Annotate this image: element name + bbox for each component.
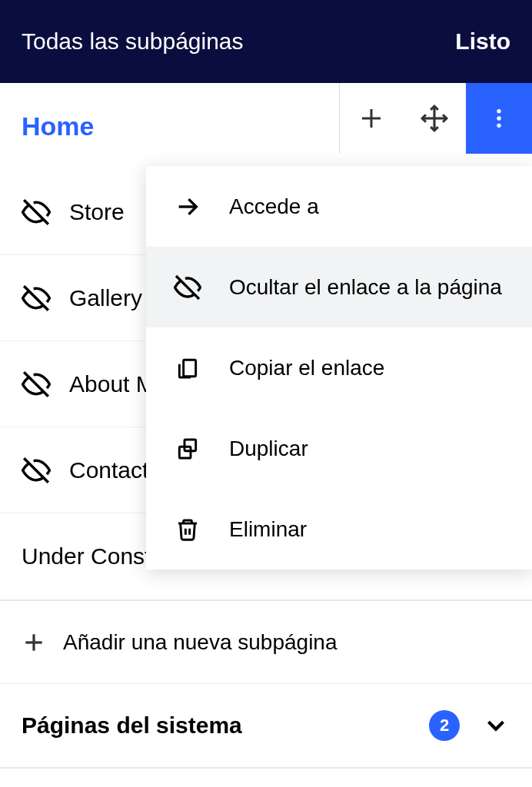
menu-label: Copiar el enlace [229,356,384,380]
page-name: Store [69,199,125,225]
system-pages-right: 2 [429,710,510,741]
move-icon [420,104,449,133]
arrow-right-icon [174,193,201,221]
clipboard-icon [174,354,201,382]
menu-label: Accede a [229,194,319,219]
page-context-menu: Accede a Ocultar el enlace a la página C… [146,166,532,569]
menu-item-hide-link[interactable]: Ocultar el enlace a la página [146,247,532,327]
svg-point-6 [497,124,500,128]
add-subpage-button[interactable]: Añadir una nueva subpágina [0,601,532,684]
plus-icon [357,105,385,132]
system-pages-title: Páginas del sistema [22,712,242,739]
plus-icon [22,630,46,655]
menu-item-duplicate[interactable]: Duplicar [146,408,532,489]
svg-point-4 [497,109,500,113]
header: Todas las subpáginas Listo [0,0,532,83]
add-button[interactable] [340,83,403,154]
chevron-down-icon [481,711,510,740]
menu-label: Duplicar [229,437,308,461]
hide-icon [174,274,201,301]
menu-item-delete[interactable]: Eliminar [146,489,532,569]
menu-item-goto[interactable]: Accede a [146,166,532,247]
page-title: Todas las subpáginas [22,28,244,55]
hidden-icon [22,456,51,485]
duplicate-icon [174,435,201,463]
system-pages-toggle[interactable]: Páginas del sistema 2 [0,684,532,767]
hidden-icon [22,198,51,227]
more-button[interactable] [466,83,532,154]
trash-icon [174,516,201,543]
selected-page-toolbar [339,83,532,154]
page-name: Home [22,111,94,141]
page-name: Contact [69,457,148,483]
add-subpage-label: Añadir una nueva subpágina [63,630,337,655]
more-vertical-icon [487,106,511,131]
svg-point-5 [497,116,500,120]
page-name: Gallery [69,285,142,311]
move-button[interactable] [403,83,466,154]
menu-item-copy-link[interactable]: Copiar el enlace [146,327,532,408]
hidden-icon [22,370,51,399]
done-button[interactable]: Listo [455,28,510,55]
count-badge: 2 [429,710,460,741]
divider [0,767,532,769]
menu-label: Eliminar [229,517,307,542]
menu-label: Ocultar el enlace a la página [229,275,502,300]
svg-rect-15 [184,360,196,376]
hidden-icon [22,284,51,313]
